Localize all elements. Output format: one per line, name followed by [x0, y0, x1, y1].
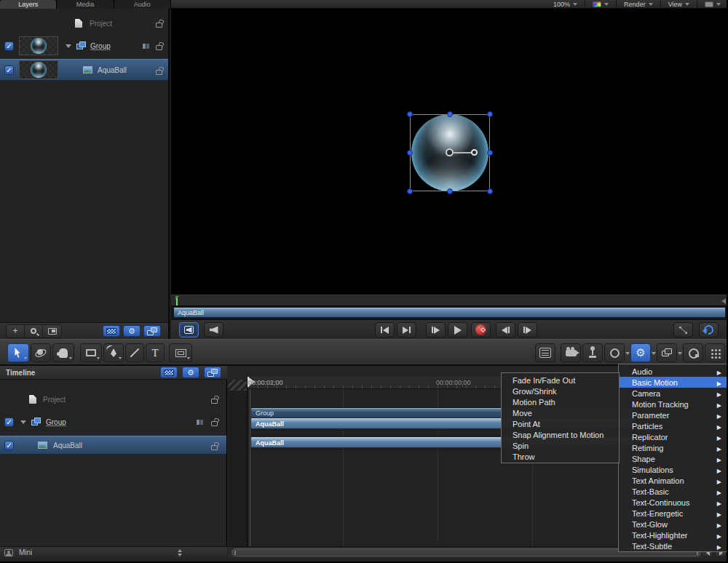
hud-button[interactable] [535, 343, 555, 362]
lock-icon[interactable] [211, 421, 218, 426]
show-filters-button[interactable] [143, 325, 161, 337]
add-filter-button[interactable] [657, 343, 677, 362]
zoom-level-dropdown[interactable]: 100% [550, 1, 580, 8]
behaviors-menu-item[interactable]: Parameter [619, 410, 727, 420]
submenu-item[interactable]: Point At [502, 418, 619, 429]
submenu-item[interactable]: Move [502, 407, 619, 418]
layers-row-group[interactable]: ✓ Group [0, 35, 168, 57]
aquaball-checkbox[interactable]: ✓ [4, 441, 14, 450]
group-checkbox[interactable]: ✓ [4, 418, 14, 427]
panel-tab[interactable]: Media [57, 0, 114, 9]
behaviors-menu-item[interactable]: Audio [619, 366, 727, 377]
layers-row-project[interactable]: Project [0, 15, 168, 32]
behaviors-menu-item[interactable]: Retiming [619, 442, 727, 453]
transform-3d-tool[interactable] [31, 343, 51, 362]
panel-tab[interactable]: Audio [114, 0, 171, 9]
loop-playback-button[interactable] [699, 322, 719, 338]
track-size-selector[interactable] [178, 549, 183, 556]
selection-handle[interactable] [447, 188, 453, 194]
behaviors-menu-item[interactable]: Replicator [619, 431, 727, 442]
lock-icon[interactable] [211, 399, 218, 404]
behaviors-menu-item[interactable]: Text-Subtle [619, 540, 727, 551]
selection-handle[interactable] [487, 111, 493, 117]
aquaball-checkbox[interactable]: ✓ [4, 65, 14, 75]
timeline-row-aquaball[interactable]: ✓ AquaBall [0, 436, 226, 455]
disclosure-triangle-icon[interactable] [66, 44, 71, 48]
scrollbar-grip-left[interactable] [234, 551, 236, 555]
submenu-item[interactable]: Spin [502, 440, 619, 451]
rotation-handle[interactable] [471, 149, 478, 156]
behaviors-menu-item[interactable]: Text-Basic [619, 486, 727, 497]
lock-icon[interactable] [156, 23, 162, 28]
step-back-button[interactable] [496, 322, 515, 338]
make-particles-button[interactable] [683, 343, 703, 362]
camera-button[interactable] [561, 343, 581, 362]
color-channel-dropdown[interactable] [590, 1, 612, 7]
submenu-item[interactable]: Motion Path [502, 396, 619, 407]
blend-mode-icon[interactable] [197, 420, 203, 425]
selection-handle[interactable] [487, 150, 493, 156]
mask-tool[interactable] [169, 343, 192, 362]
filmstrip-view-button[interactable] [43, 325, 61, 338]
timeline-show-behaviors-button[interactable]: ⚙ [182, 367, 199, 378]
go-to-start-button[interactable] [375, 322, 395, 338]
submenu-item[interactable]: Snap Alignment to Motion [502, 429, 619, 440]
blend-mode-icon[interactable] [143, 44, 149, 49]
behaviors-menu-item[interactable]: Basic Motion [619, 377, 727, 388]
show-audio-button[interactable] [179, 322, 199, 338]
render-dropdown[interactable]: Render [621, 1, 656, 8]
timeline-scrubber[interactable] [171, 295, 728, 306]
shape-tool[interactable] [80, 343, 102, 362]
add-behavior-button[interactable]: ⚙ [630, 343, 651, 362]
lock-icon[interactable] [211, 445, 218, 450]
rig-button[interactable] [582, 343, 603, 362]
show-masks-button[interactable] [103, 325, 120, 337]
step-forward-button[interactable] [518, 322, 537, 338]
add-layer-button[interactable]: + [7, 325, 25, 338]
submenu-item[interactable]: Grow/Shrink [502, 386, 619, 396]
behaviors-menu-item[interactable]: Simulations [619, 464, 727, 475]
bezier-tool[interactable] [103, 343, 124, 362]
text-tool[interactable]: T [146, 343, 165, 362]
record-button[interactable] [471, 322, 491, 338]
disclosure-triangle-icon[interactable] [20, 420, 26, 424]
timeline-row-group[interactable]: ✓ Group [0, 412, 226, 431]
replicate-button[interactable] [705, 343, 725, 362]
behaviors-menu-item[interactable]: Text-Energetic [619, 508, 727, 519]
canvas[interactable] [171, 9, 728, 295]
behaviors-menu-item[interactable]: Motion Tracking [619, 399, 727, 410]
group-checkbox[interactable]: ✓ [4, 41, 14, 51]
view-dropdown[interactable]: View [665, 1, 692, 8]
timeline-show-filters-button[interactable] [204, 367, 221, 378]
pan-tool[interactable] [52, 343, 74, 362]
selection-handle[interactable] [487, 188, 493, 194]
play-from-start-button[interactable] [426, 322, 446, 338]
fullscreen-button[interactable]: ↖↘ [673, 322, 693, 338]
select-tool[interactable] [7, 343, 29, 362]
lock-icon[interactable] [156, 70, 162, 75]
behaviors-menu-item[interactable]: Text-Highlighter [619, 530, 727, 540]
mute-button[interactable] [204, 322, 223, 338]
behaviors-menu-item[interactable]: Camera [619, 388, 727, 399]
timeline-show-masks-button[interactable] [160, 367, 178, 378]
anchor-point[interactable] [446, 148, 454, 156]
behaviors-menu-item[interactable]: Particles [619, 420, 727, 431]
lock-icon[interactable] [156, 45, 162, 50]
paint-stroke-tool[interactable] [125, 343, 144, 362]
timeline-row-project[interactable]: Project [0, 391, 226, 408]
layers-row-aquaball[interactable]: ✓ AquaBall [0, 59, 168, 81]
background-dropdown[interactable] [702, 1, 724, 7]
behaviors-menu-item[interactable]: Text-Continuous [619, 497, 727, 508]
behaviors-menu-item[interactable]: Text-Glow [619, 519, 727, 530]
selection-handle[interactable] [447, 111, 453, 117]
mini-timeline-clip[interactable]: AquaBall [173, 308, 726, 318]
behaviors-menu-item[interactable]: Text Animation [619, 475, 727, 486]
show-behaviors-button[interactable]: ⚙ [123, 325, 141, 337]
selection-handle[interactable] [407, 150, 413, 156]
submenu-item[interactable]: Fade In/Fade Out [502, 375, 619, 386]
go-to-end-button[interactable] [397, 322, 416, 338]
playhead-marker[interactable] [176, 296, 178, 306]
selection-handle[interactable] [407, 111, 413, 117]
panel-tab[interactable]: Layers [0, 0, 57, 9]
play-button[interactable] [448, 322, 467, 338]
